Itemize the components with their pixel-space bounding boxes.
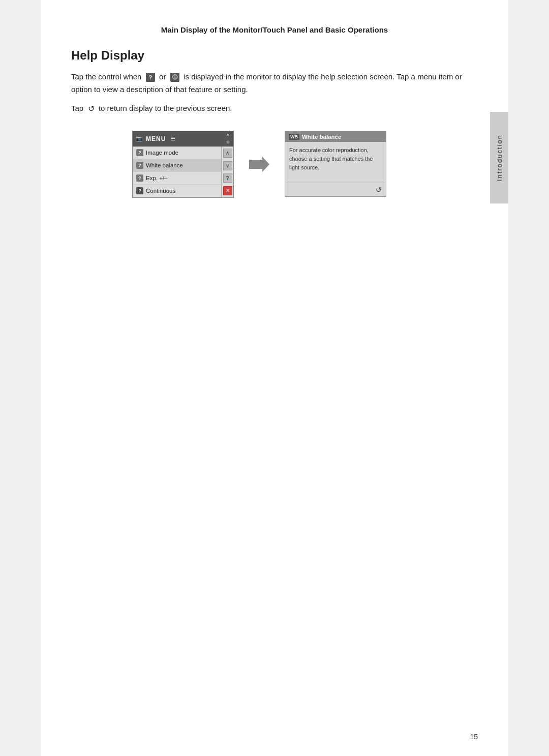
side-tab: Introduction [490,112,508,203]
menu-body: ? Image mode ? White balance ? Exp. +/– … [133,147,233,197]
arrow-container [249,157,269,172]
section-title: Help Display [71,48,478,63]
help-badge-exp: ? [136,175,143,182]
return-icon-inline: ↺ [88,104,95,113]
arrow-right-icon [249,157,269,172]
menu-item-image-mode: ? Image mode [133,147,221,159]
menu-item-label-continuous: Continuous [146,188,175,194]
help-badge-white-balance: ? [136,162,143,169]
nav-down-button[interactable]: ∨ [223,161,232,170]
paragraph1-before: Tap the control when [71,72,141,81]
info-icon: ⓘ [170,73,179,82]
menu-item-exp: ? Exp. +/– [133,172,221,185]
page-number: 15 [470,733,478,741]
wb-badge: WB [289,134,299,140]
page: Main Display of the Monitor/Touch Panel … [41,0,508,756]
menu-side-controls: ∧ ∨ ? ✕ [221,147,233,197]
menu-header: 📷 MENU ☰ ^ ☺ [133,131,233,147]
menu-settings-icon: ☰ [171,136,175,141]
help-panel: WB White balance For accurate color repr… [285,131,386,197]
side-tab-label: Introduction [496,134,503,181]
help-badge-continuous: ? [136,187,143,194]
nav-up-button[interactable]: ∧ [223,149,232,158]
menu-item-label-image-mode: Image mode [146,150,178,156]
intro-paragraph: Tap the control when ? or ⓘ is displayed… [71,71,478,96]
help-panel-footer: ↺ [285,183,386,196]
menu-title: MENU [146,135,166,142]
help-button[interactable]: ? [223,173,232,183]
menu-item-label-white-balance: White balance [146,162,183,168]
question-icon-1: ? [146,73,155,82]
menu-panel: 📷 MENU ☰ ^ ☺ ? Image mode ? [132,131,234,198]
paragraph2-after: to return display to the previous screen… [99,104,232,112]
help-panel-body: For accurate color reproduction, choose … [285,142,386,183]
return-icon[interactable]: ↺ [376,186,382,194]
header-title: Main Display of the Monitor/Touch Panel … [161,25,388,34]
menu-nav-icons: ^ ☺ [226,133,230,144]
help-panel-header: WB White balance [285,132,386,142]
page-header: Main Display of the Monitor/Touch Panel … [71,20,478,34]
illustration: 📷 MENU ☰ ^ ☺ ? Image mode ? [132,131,478,198]
paragraph2-before: Tap [71,104,83,112]
person-icon: ☺ [226,139,230,144]
menu-items-list: ? Image mode ? White balance ? Exp. +/– … [133,147,221,197]
tap-paragraph: Tap ↺ to return display to the previous … [71,102,478,115]
close-button[interactable]: ✕ [223,186,232,195]
help-description: For accurate color reproduction, choose … [289,147,373,170]
paragraph1-or: or [159,72,166,81]
menu-item-white-balance: ? White balance [133,159,221,172]
camera-icon: 📷 [136,135,143,142]
menu-item-continuous: ? Continuous [133,185,221,197]
menu-header-left: 📷 MENU ☰ [136,135,175,142]
help-badge-image-mode: ? [136,149,143,156]
help-panel-title: White balance [302,134,341,140]
nav-up-icon: ^ [227,133,229,139]
menu-item-label-exp: Exp. +/– [146,175,168,181]
